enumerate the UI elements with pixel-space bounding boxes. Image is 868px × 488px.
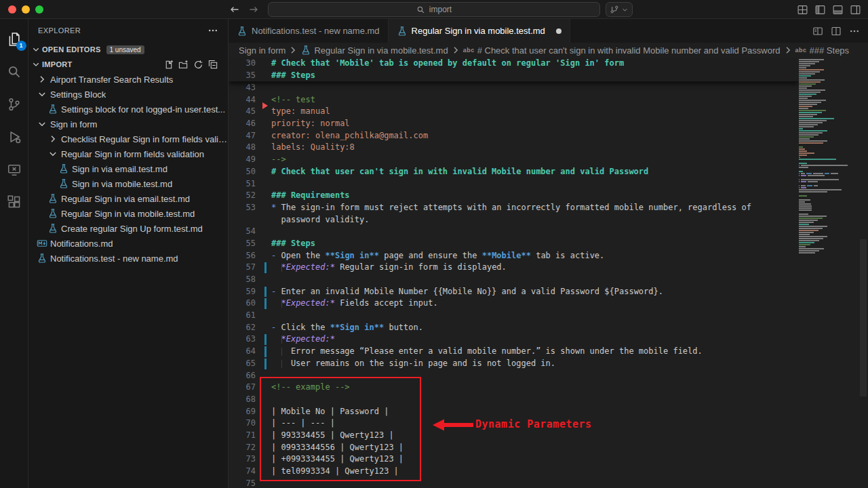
code-line[interactable]: 69| Mobile No | Password |	[229, 406, 868, 418]
line-number[interactable]: 35	[229, 70, 256, 82]
tree-item[interactable]: Sign in via mobile.test.md	[28, 176, 228, 191]
code-line[interactable]: 51	[229, 178, 868, 190]
code-line[interactable]: 71| 993334455 | Qwerty123 |	[229, 430, 868, 442]
collapse-folders-button[interactable]	[208, 60, 218, 70]
code-line[interactable]: 45type: manual	[229, 106, 868, 118]
split-editor-button[interactable]	[831, 26, 842, 37]
code-line[interactable]: 43	[229, 82, 868, 94]
close-button[interactable]	[8, 5, 16, 14]
line-number[interactable]: 58	[229, 274, 256, 286]
scrollbar-thumb[interactable]	[860, 239, 867, 396]
line-number[interactable]: 60	[229, 298, 256, 310]
line-number[interactable]: 67	[229, 382, 256, 394]
more-editor-actions-button[interactable]	[849, 26, 860, 37]
line-number[interactable]: 49	[229, 154, 256, 166]
code-line[interactable]: 49-->	[229, 154, 868, 166]
code-line[interactable]: 59- Enter an invalid Mobile Number {{Mob…	[229, 286, 868, 298]
code-line[interactable]: 35### Steps	[229, 70, 799, 82]
code-line[interactable]: 46priority: normal	[229, 118, 868, 130]
line-number[interactable]: 59	[229, 286, 256, 298]
code-line[interactable]: password validity.	[229, 214, 868, 226]
tree-item[interactable]: Sign in form	[28, 117, 228, 131]
line-number[interactable]: 63	[229, 333, 256, 346]
breadcrumb-item[interactable]: abc# Check that user can't sign in with …	[463, 45, 781, 56]
line-number[interactable]: 62	[229, 322, 256, 334]
code-line[interactable]: 53* The sign-in form must reject attempt…	[229, 202, 868, 214]
breadcrumb-item[interactable]: abc### Steps	[795, 45, 850, 56]
code-line[interactable]: 52### Requirements	[229, 190, 868, 202]
code-line[interactable]: 70| --- | --- |	[229, 418, 868, 430]
toggle-panel-button[interactable]	[832, 4, 844, 16]
sticky-scroll[interactable]: 30# Check that 'Mobile' tab is opened by…	[229, 58, 799, 81]
new-folder-button[interactable]	[178, 60, 189, 70]
line-number[interactable]: 69	[229, 406, 256, 418]
line-number[interactable]: 72	[229, 442, 256, 454]
line-number[interactable]: 71	[229, 430, 256, 442]
code-line[interactable]: 61	[229, 310, 868, 322]
zoom-button[interactable]	[35, 5, 43, 14]
minimize-button[interactable]	[22, 5, 30, 14]
scrollbar[interactable]	[859, 58, 868, 488]
code-line[interactable]: 56- Open the **Sign in** page and ensure…	[229, 250, 868, 262]
open-editors-header[interactable]: OPEN EDITORS 1 unsaved	[28, 42, 228, 57]
line-number[interactable]: 51	[229, 178, 256, 190]
line-number[interactable]: 52	[229, 190, 256, 202]
code-line[interactable]: 60 *Expected:* Fields accept input.	[229, 298, 868, 310]
code-line[interactable]: 48labels: Quality:8	[229, 142, 868, 154]
tree-item[interactable]: Notifications.test - new name.md	[28, 251, 228, 266]
line-number[interactable]: 48	[229, 142, 256, 154]
navigate-back-button[interactable]	[229, 4, 240, 15]
line-number[interactable]	[229, 214, 256, 226]
editor-tab[interactable]: Notifications.test - new name.md	[229, 19, 389, 43]
line-number[interactable]: 53	[229, 202, 256, 214]
tree-item[interactable]: Airport Transfer Search Results	[28, 72, 228, 87]
tree-item[interactable]: Regular Sign in via email.test.md	[28, 191, 228, 206]
line-number[interactable]: 70	[229, 418, 256, 430]
line-number[interactable]: 56	[229, 250, 256, 262]
activity-item-remote[interactable]	[0, 153, 28, 186]
tree-item[interactable]: Notifications.md	[28, 236, 228, 251]
line-number[interactable]: 54	[229, 226, 256, 238]
editor-tab[interactable]: Regular Sign in via mobile.test.md	[389, 19, 570, 43]
code-line[interactable]: 66	[229, 370, 868, 382]
line-number[interactable]: 50	[229, 166, 256, 178]
breadcrumb-item[interactable]: Regular Sign in via mobile.test.md	[300, 45, 448, 56]
line-number[interactable]: 43	[229, 82, 256, 94]
minimap[interactable]	[799, 58, 859, 488]
code-line[interactable]: 44<!-- test	[229, 94, 868, 106]
toggle-secondary-sidebar-button[interactable]	[850, 4, 861, 16]
code-line[interactable]: 64 Error message “Please enter a valid m…	[229, 346, 868, 358]
tree-item[interactable]: Sign in via email.test.md	[28, 161, 228, 176]
line-number[interactable]: 30	[229, 58, 256, 70]
code-line[interactable]: 55### Steps	[229, 238, 868, 250]
line-number[interactable]: 44	[229, 94, 256, 106]
code-line[interactable]: 74| tel0993334 | Qwerty123 |	[229, 466, 868, 478]
line-number[interactable]: 66	[229, 370, 256, 382]
activity-item-search[interactable]	[0, 56, 28, 88]
line-number[interactable]: 45	[229, 106, 256, 118]
code-line[interactable]: 72| 09933344556 | Qwerty123 |	[229, 442, 868, 454]
tree-item[interactable]: Regular Sign in via mobile.test.md	[28, 206, 228, 221]
new-file-button[interactable]	[163, 60, 174, 70]
line-number[interactable]: 46	[229, 118, 256, 130]
code-line[interactable]: 50# Check that user can't sign in with i…	[229, 166, 868, 178]
code-line[interactable]: 54	[229, 226, 868, 238]
tree-item[interactable]: Settings block for not logged-in user.te…	[28, 102, 228, 117]
code-line[interactable]: 75	[229, 478, 868, 488]
line-number[interactable]: 64	[229, 346, 256, 358]
open-preview-button[interactable]	[812, 26, 823, 37]
command-center-search[interactable]: import	[268, 2, 600, 17]
source-control-graph-button[interactable]	[606, 2, 633, 17]
views-more-actions-button[interactable]	[208, 25, 218, 36]
activity-item-explorer[interactable]: 1	[0, 23, 28, 56]
navigate-forward-button[interactable]	[248, 4, 259, 15]
code-line[interactable]: 73| +0993334455 | Qwerty123 |	[229, 453, 868, 466]
code-line[interactable]: 63 *Expected:*	[229, 333, 868, 346]
line-number[interactable]: 61	[229, 310, 256, 322]
code-line[interactable]: 30# Check that 'Mobile' tab is opened by…	[229, 58, 799, 70]
workspace-folder-header[interactable]: IMPORT	[28, 57, 228, 72]
tree-item[interactable]: Regular Sign in form fields validation	[28, 146, 228, 161]
code-line[interactable]: 58	[229, 274, 868, 286]
breadcrumb-item[interactable]: Sign in form	[239, 45, 285, 56]
line-number[interactable]: 75	[229, 478, 256, 488]
